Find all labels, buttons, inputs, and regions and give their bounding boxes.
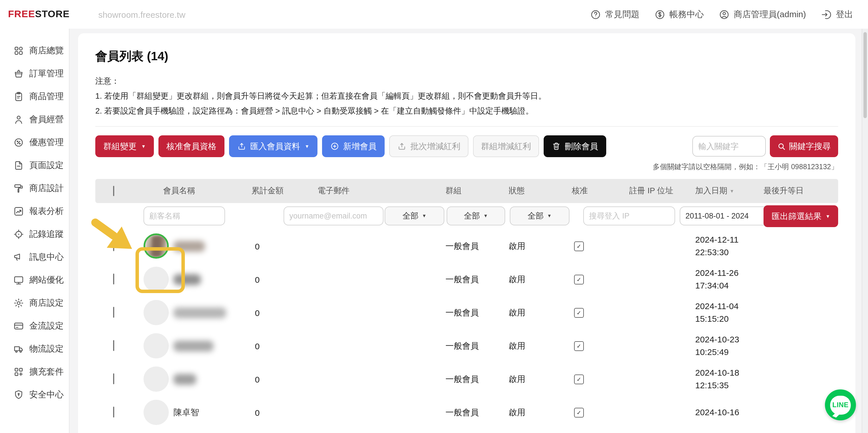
chevron-down-icon: ▼ — [141, 144, 146, 149]
sidebar-item-5[interactable]: 優惠管理 — [0, 131, 69, 154]
toolbar-button-2[interactable]: 核准會員資格 — [158, 135, 224, 157]
dollar-circle-icon — [654, 9, 665, 20]
member-status: 啟用 — [505, 274, 568, 285]
approval-checkbox[interactable]: ✓ — [574, 308, 584, 318]
member-avatar[interactable] — [144, 267, 169, 292]
row-checkbox[interactable] — [113, 407, 114, 418]
member-avatar[interactable] — [144, 233, 169, 259]
sidebar-item-label: 頁面設定 — [29, 160, 64, 171]
approval-checkbox[interactable]: ✓ — [574, 241, 584, 251]
sidebar-item-3[interactable]: 商品管理 — [0, 85, 69, 108]
sidebar-item-10[interactable]: 訊息中心 — [0, 245, 69, 268]
member-amount: 0 — [247, 407, 313, 417]
approval-checkbox[interactable]: ✓ — [574, 407, 584, 417]
sidebar-item-label: 商店設定 — [29, 297, 64, 308]
keyword-search-label: 關鍵字搜尋 — [789, 141, 831, 152]
filter-approval-value: 全部 — [528, 211, 544, 221]
table-header-row: 會員名稱累計金額電子郵件群組狀態核准註冊 IP 位址加入日期▼最後升等日 — [95, 179, 838, 203]
row-checkbox[interactable] — [113, 240, 114, 251]
member-avatar[interactable] — [144, 333, 169, 359]
sidebar-item-14[interactable]: 物流設定 — [0, 337, 69, 360]
sidebar-item-4[interactable]: 會員經營 — [0, 108, 69, 131]
row-checkbox[interactable] — [113, 307, 114, 318]
toolbar-button-5[interactable]: 批次增減紅利 — [389, 135, 468, 157]
select-all-checkbox[interactable] — [113, 186, 114, 196]
extension-icon — [13, 366, 24, 377]
shield-icon — [13, 389, 24, 400]
member-amount: 0 — [247, 374, 313, 384]
toolbar-button-label: 刪除會員 — [565, 141, 598, 152]
member-name[interactable]: 陳卓智 — [174, 407, 199, 418]
sidebar-item-16[interactable]: 安全中心 — [0, 383, 69, 406]
keyword-search-button[interactable]: 關鍵字搜尋 — [770, 135, 838, 157]
sidebar-item-8[interactable]: 報表分析 — [0, 200, 69, 223]
row-checkbox[interactable] — [113, 340, 114, 351]
member-name-redacted — [174, 374, 196, 385]
sidebar-item-15[interactable]: 擴充套件 — [0, 360, 69, 383]
toolbar-button-3[interactable]: 匯入會員資料▼ — [229, 135, 317, 157]
filter-email-input[interactable] — [284, 206, 383, 225]
member-avatar[interactable] — [144, 366, 169, 392]
page-scrollbar[interactable] — [862, 29, 868, 433]
filter-ip-input[interactable] — [583, 206, 675, 225]
chart-icon — [13, 206, 24, 216]
search-icon — [777, 142, 786, 151]
nav-item-2[interactable]: 帳務中心 — [654, 9, 704, 20]
gear-icon — [13, 297, 24, 308]
member-avatar[interactable] — [144, 300, 169, 325]
sidebar-item-label: 物流設定 — [29, 343, 64, 354]
column-header-6: 核准 — [568, 186, 626, 196]
toolbar-button-1[interactable]: 群組變更▼ — [95, 135, 154, 157]
sidebar-item-13[interactable]: 金流設定 — [0, 314, 69, 337]
column-header-label: 加入日期 — [695, 186, 727, 196]
sidebar-item-11[interactable]: 網站優化 — [0, 268, 69, 291]
toolbar-button-label: 核准會員資格 — [166, 141, 216, 152]
export-filtered-button[interactable]: 匯出篩選結果▼ — [764, 205, 838, 227]
approval-checkbox[interactable]: ✓ — [574, 374, 584, 384]
row-checkbox[interactable] — [113, 273, 114, 285]
divider — [95, 126, 838, 127]
sidebar-item-12[interactable]: 商店設定 — [0, 291, 69, 314]
toolbar-button-7[interactable]: 刪除會員 — [544, 135, 606, 157]
freestore-logo[interactable]: FREESTORE — [8, 9, 69, 20]
sidebar-item-9[interactable]: 記錄追蹤 — [0, 223, 69, 245]
nav-item-3[interactable]: 商店管理員(admin) — [719, 9, 806, 20]
filter-status-select[interactable]: 全部▼ — [446, 206, 505, 225]
nav-item-1[interactable]: 常見問題 — [590, 9, 640, 20]
column-header-8[interactable]: 加入日期▼ — [692, 186, 764, 196]
member-row-1: 0一般會員啟用✓2024-12-1122:53:30 — [95, 229, 838, 263]
member-amount: 0 — [247, 308, 313, 318]
member-avatar[interactable] — [144, 400, 169, 425]
sidebar-item-7[interactable]: 商店設計 — [0, 177, 69, 200]
scrollbar-thumb[interactable] — [863, 32, 867, 118]
filter-group-select[interactable]: 全部▼ — [384, 206, 444, 225]
store-domain: showroom.freestore.tw — [98, 9, 185, 19]
note-1: 1. 若使用「群組變更」更改群組，則會員升等日將從今天起算；但若直接在會員「編輯… — [95, 88, 838, 103]
approval-checkbox[interactable]: ✓ — [574, 274, 584, 284]
sidebar-item-1[interactable]: 商店總覽 — [0, 39, 69, 62]
nav-item-label: 常見問題 — [605, 9, 640, 20]
line-chat-button[interactable]: LINE — [825, 390, 856, 421]
column-header-2: 累計金額 — [247, 186, 313, 196]
sidebar-item-6[interactable]: 頁面設定 — [0, 154, 69, 177]
toolbar-button-4[interactable]: 新增會員 — [322, 135, 384, 157]
approval-checkbox[interactable]: ✓ — [574, 341, 584, 351]
filter-name-input[interactable] — [144, 206, 225, 225]
filter-date-range-input[interactable] — [680, 206, 772, 225]
dashboard-grid-icon — [13, 45, 24, 56]
line-icon: LINE — [830, 395, 851, 414]
filter-approval-select[interactable]: 全部▼ — [510, 206, 569, 225]
toolbar-button-6[interactable]: 群組增減紅利 — [473, 135, 539, 157]
column-header-label: 會員名稱 — [163, 186, 195, 196]
column-header-5: 狀態 — [505, 186, 568, 196]
sidebar-item-2[interactable]: 訂單管理 — [0, 62, 69, 85]
keyword-search-input[interactable] — [692, 136, 766, 157]
row-checkbox[interactable] — [113, 373, 114, 384]
nav-item-4[interactable]: 登出 — [821, 9, 853, 20]
sidebar-item-label: 會員經營 — [29, 114, 64, 125]
member-name-redacted — [174, 274, 201, 285]
member-status: 啟用 — [505, 340, 568, 351]
notes-label: 注意： — [95, 73, 838, 88]
clipboard-icon — [13, 91, 24, 102]
truck-icon — [13, 343, 24, 354]
